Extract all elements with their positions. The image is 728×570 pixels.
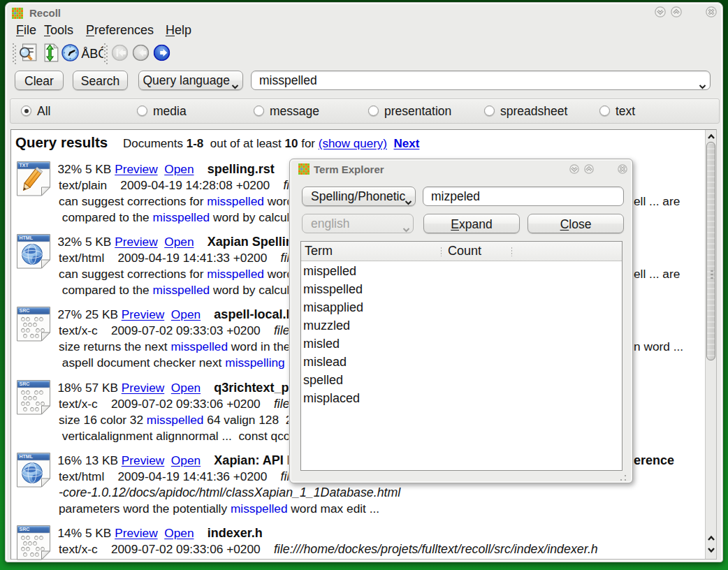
preview-link[interactable]: Preview: [122, 307, 164, 321]
grip-dot: [106, 49, 108, 50]
result-line-fragment: ell ... are: [634, 266, 680, 282]
svg-text:SRC: SRC: [20, 308, 30, 313]
text-segment: compared to the: [59, 283, 153, 297]
term-row[interactable]: misplaced: [303, 391, 360, 406]
svg-text:TXT: TXT: [20, 163, 29, 168]
grip-dot: [13, 61, 14, 62]
text-segment: can suggest corrections for: [59, 194, 207, 208]
term-row[interactable]: muzzled: [303, 319, 350, 333]
grip-dot: [106, 63, 108, 64]
open-link[interactable]: Open: [171, 381, 201, 395]
open-link[interactable]: Open: [171, 453, 201, 467]
menu-help[interactable]: Help: [166, 23, 191, 40]
sort-by-dates-desc-button[interactable]: [61, 43, 80, 62]
preview-link[interactable]: Preview: [115, 235, 157, 249]
text-segment: spelling.rst: [208, 162, 275, 176]
chevron-down-icon: [699, 78, 706, 93]
show-query-details-button[interactable]: [19, 43, 38, 62]
svg-text:SRC: SRC: [20, 527, 30, 532]
clear-button[interactable]: Clear: [15, 71, 64, 90]
result-line-fragment: ell ... are: [634, 193, 680, 210]
control-label: Search: [81, 74, 119, 89]
menu-tools[interactable]: Tools: [44, 23, 73, 40]
text-segment: n word ...: [634, 339, 683, 353]
term-row[interactable]: misapplied: [303, 300, 363, 315]
chevron-down-icon: [569, 164, 579, 176]
term-column-header[interactable]: Term: [305, 244, 333, 258]
radio-label: All: [37, 104, 50, 118]
preview-link[interactable]: Preview: [115, 162, 157, 176]
term-row[interactable]: mislead: [303, 355, 347, 370]
text-segment: 32% 5 KB: [58, 235, 115, 249]
scroll-down-icon[interactable]: [707, 544, 715, 553]
grip-dot: [104, 47, 105, 48]
first-page-button: [112, 45, 131, 64]
text-segment: erence: [634, 453, 674, 467]
scroll-up-icon[interactable]: [707, 131, 715, 140]
preview-link[interactable]: Preview: [122, 453, 164, 467]
text-segment: misspelled: [153, 283, 210, 297]
term-explorer-button[interactable]: ÅBĈ: [82, 43, 101, 62]
text-segment: Xapian Spelling: [208, 235, 289, 249]
expansion-type-combo[interactable]: Spelling/Phonetic: [302, 187, 416, 206]
text-segment: parameters word the potentially: [59, 502, 231, 516]
svg-text:ÅBĈ: ÅBĈ: [81, 46, 103, 61]
results-scrollbar[interactable]: [705, 130, 716, 559]
term-row[interactable]: spelled: [303, 373, 343, 388]
close-x-icon: [618, 164, 627, 176]
dialog-maximize-button[interactable]: [584, 164, 594, 174]
close-button[interactable]: [706, 6, 717, 17]
result-line: compared to the misspelled word by calcu…: [59, 210, 289, 226]
radio-icon: [599, 105, 610, 116]
menu-preferences[interactable]: Preferences: [86, 23, 154, 40]
scroll-up-icon[interactable]: [707, 533, 715, 541]
result-line: text/x-c 2009-07-02 09:33:06 +0200 file:…: [59, 396, 289, 412]
preview-link[interactable]: Preview: [122, 381, 164, 395]
column-separator[interactable]: [441, 247, 442, 256]
open-link[interactable]: Open: [164, 235, 194, 249]
control-label-text: english: [311, 217, 349, 231]
grip-dot: [13, 54, 14, 55]
maximize-button[interactable]: [671, 6, 682, 17]
search-mode-combo[interactable]: Query language: [138, 71, 243, 90]
recoll-app-icon: [298, 163, 310, 175]
menu-file[interactable]: File: [16, 23, 36, 40]
grip-dot: [625, 479, 626, 481]
result-line: verticalalignment alignnormal ... const …: [59, 428, 289, 444]
text-segment: 10: [285, 137, 298, 150]
chevron-up-icon: [671, 8, 682, 20]
dialog-minimize-button[interactable]: [569, 164, 579, 174]
search-button[interactable]: Search: [73, 71, 128, 90]
open-link[interactable]: Open: [164, 162, 194, 176]
next-page-button[interactable]: [154, 45, 173, 64]
next-link[interactable]: Next: [393, 137, 419, 150]
result-line: text/html 2009-04-19 14:41:33 +0200 file…: [59, 250, 289, 266]
close-button[interactable]: Close: [527, 214, 624, 233]
result-line: can suggest corrections for misspelled w…: [59, 266, 289, 282]
preview-link[interactable]: Preview: [115, 526, 157, 540]
grip-dot: [104, 43, 105, 45]
text-segment: words which are: [264, 194, 289, 208]
text-segment: compared to the: [59, 210, 153, 224]
open-link[interactable]: Open: [171, 307, 201, 321]
text-segment: [201, 307, 214, 321]
open-link[interactable]: Open: [164, 526, 194, 540]
count-column-header[interactable]: Count: [448, 244, 481, 258]
term-row[interactable]: misspelled: [303, 282, 363, 297]
text-segment: aspell-local.h: [214, 307, 289, 321]
term-row[interactable]: mispelled: [303, 264, 356, 279]
minimize-button[interactable]: [655, 6, 666, 17]
sort-by-dates-button[interactable]: [41, 43, 59, 62]
query-input[interactable]: misspelled: [251, 71, 711, 90]
term-row[interactable]: misled: [303, 337, 340, 351]
text-segment: word in the current: [228, 339, 289, 353]
text-segment: file:///home/dockes/projets: [283, 178, 289, 192]
expand-button[interactable]: Expand: [423, 214, 520, 233]
dialog-close-button[interactable]: [618, 164, 627, 174]
show-query-link[interactable]: (show query): [319, 137, 387, 150]
term-input[interactable]: mizpeled: [423, 187, 624, 206]
result-line: text/html 2009-04-19 14:41:36 +0200 file…: [59, 469, 289, 485]
column-separator[interactable]: [511, 247, 512, 256]
result-line: size returns the next misspelled word in…: [59, 339, 289, 355]
scrollbar-thumb[interactable]: [706, 142, 715, 360]
